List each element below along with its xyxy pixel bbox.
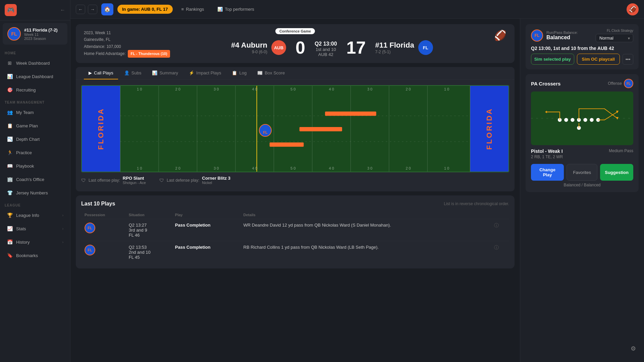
favorites-button[interactable]: Favorites <box>567 164 597 181</box>
play-cell: Pass Completion <box>172 219 240 241</box>
play-type: Pass Completion <box>175 223 210 228</box>
back-button[interactable]: ← <box>76 5 85 14</box>
away-team-record: 9-0 (6-0) <box>231 50 267 54</box>
svg-text:3 0: 3 0 <box>214 166 219 170</box>
top-performers-tab[interactable]: 📊 Top performers <box>213 5 259 14</box>
play-type-badge: Medium Pass <box>609 148 633 153</box>
main-content: ← → 🏠 In game: AUB 0, FL 17 ≡ Rankings 📊… <box>70 0 644 362</box>
tab-label: Box Score <box>265 70 285 75</box>
last-offense-play-name: RPO Slant <box>123 176 146 181</box>
tab-impact-plays[interactable]: ⚡ Impact Plays <box>184 67 226 79</box>
details-cell: WR Deandre David 12 yd pass from QB Nick… <box>240 219 491 241</box>
content-area: Conference Game 2023, Week 11 Gainesvill… <box>70 19 644 362</box>
sidebar-header: 🎮 ← <box>0 0 70 20</box>
play-card-header: PA Crossers Offense FL <box>531 79 633 88</box>
depth-chart-icon: 📉 <box>7 136 13 142</box>
forward-button[interactable]: → <box>88 5 97 14</box>
sidebar-item-league-info[interactable]: 🏆 League Info › <box>2 209 68 222</box>
tab-summary[interactable]: 📊 Summary <box>147 67 183 79</box>
clock-strategy-select-wrapper: Normal Aggressive Conservative Kneel Dow… <box>596 34 633 42</box>
recruiting-icon: 🎯 <box>7 87 13 93</box>
info-cell: ⓘ <box>491 241 509 263</box>
more-options-button[interactable]: ••• <box>623 54 633 65</box>
tab-call-plays[interactable]: ▶ Call Plays <box>84 67 118 79</box>
sidebar-item-label: History <box>16 240 30 245</box>
col-actions <box>491 211 509 219</box>
sidebar-item-jersey-numbers[interactable]: 👕 Jersey Numbers <box>2 186 68 199</box>
sidebar-item-depth-chart[interactable]: 📉 Depth Chart <box>2 133 68 145</box>
plays-note: List is in reverse chronological order. <box>444 201 509 206</box>
league-dashboard-icon: 📊 <box>7 73 13 79</box>
team-card[interactable]: FL #11 Florida (7-2) Week 11 2023 Season <box>3 23 67 45</box>
tab-subs[interactable]: 👤 Subs <box>119 67 146 79</box>
tab-log[interactable]: 📋 Log <box>227 67 251 79</box>
away-team-badge: AUB <box>271 40 286 55</box>
sidebar-item-my-team[interactable]: 👥 My Team <box>2 106 68 119</box>
home-button[interactable]: 🏠 <box>101 3 113 15</box>
sidebar-item-game-plan[interactable]: 📋 Game Plan <box>2 119 68 132</box>
play-card-team-badge: FL <box>624 79 633 88</box>
section-team-label: TEAM MANAGEMENT <box>0 97 70 106</box>
sidebar-item-history[interactable]: 📅 History › <box>2 236 68 248</box>
suggestion-button[interactable]: Suggestion <box>600 164 633 181</box>
sidebar-item-label: Practice <box>16 150 32 155</box>
sim-selected-play-button[interactable]: Sim selected play <box>531 54 574 65</box>
rankings-tab[interactable]: ≡ Rankings <box>177 5 209 14</box>
info-cell: ⓘ <box>491 219 509 241</box>
svg-text:2 0: 2 0 <box>406 166 411 170</box>
stats-icon: 📈 <box>7 226 13 232</box>
situation-cell: Q2 13:27 3rd and 9 FL 46 <box>125 219 172 241</box>
sidebar-item-stats[interactable]: 📈 Stats › <box>2 222 68 235</box>
practice-icon: 🏃 <box>7 149 13 156</box>
svg-text:4 0: 4 0 <box>329 166 334 170</box>
team-week: Week 11 <box>24 33 58 37</box>
sidebar-item-league-dashboard[interactable]: 📊 League Dashboard <box>2 70 68 83</box>
clock-strategy-select[interactable]: Normal Aggressive Conservative Kneel Dow… <box>596 34 633 42</box>
settings-button[interactable]: ⚙ <box>628 343 639 354</box>
info-icon[interactable]: ⓘ <box>494 223 499 228</box>
svg-text:2 0: 2 0 <box>406 87 411 91</box>
svg-text:2 0: 2 0 <box>175 87 180 91</box>
sidebar-item-recruiting[interactable]: 🎯 Recruiting <box>2 83 68 96</box>
play-info-row: Pistol - Weak I 2 RB, 1 TE, 2 WR Medium … <box>531 148 633 161</box>
last-offense-formation: Shotgun - Ace <box>123 181 146 185</box>
football-field: FLORIDA FLORIDA <box>81 85 509 172</box>
field-container: FLORIDA FLORIDA <box>76 80 515 191</box>
in-game-badge[interactable]: In game: AUB 0, FL 17 <box>117 5 173 14</box>
game-plan-icon: 📋 <box>7 123 13 129</box>
sidebar-item-practice[interactable]: 🏃 Practice <box>2 146 68 159</box>
sidebar-item-coachs-office[interactable]: 🏢 Coach's Office <box>2 173 68 186</box>
possession-cell: FL <box>81 219 125 241</box>
tab-box-score[interactable]: 📰 Box Score <box>253 67 289 79</box>
rankings-icon: ≡ <box>181 7 184 12</box>
svg-text:1 0: 1 0 <box>137 166 142 170</box>
clock-field-pos: AUB 42 <box>315 52 337 57</box>
sidebar-collapse-button[interactable]: ← <box>60 7 65 13</box>
play-icon: ▶ <box>89 70 92 75</box>
last-defense-play: 🛡 Last defense play: Corner Blitz 3 Nick… <box>159 176 230 185</box>
balanced-label: Balanced / Balanced <box>531 183 633 187</box>
sidebar-item-label: Stats <box>16 226 26 231</box>
sidebar-item-bookmarks[interactable]: 🔖 Bookmarks <box>2 249 68 262</box>
last-offense-play: 🛡 Last offense play: RPO Slant Shotgun -… <box>81 176 146 185</box>
situation-pos: FL 46 <box>129 233 168 238</box>
sidebar-item-playbook[interactable]: 📖 Playbook <box>2 160 68 172</box>
conference-badge: Conference Game <box>275 28 315 34</box>
rp-value: Balanced <box>546 35 592 41</box>
sidebar-item-week-dashboard[interactable]: ⊞ Week Dashboard <box>2 57 68 69</box>
svg-text:4 0: 4 0 <box>252 166 257 170</box>
change-play-button[interactable]: Change Play <box>531 164 564 181</box>
tab-label: Call Plays <box>94 70 113 75</box>
top-performers-label: Top performers <box>225 7 254 12</box>
sidebar-item-label: My Team <box>16 110 34 115</box>
home-team-score: FL #11 Florida 7-2 (5-1) <box>375 40 433 55</box>
playbook-icon: 📖 <box>7 163 13 169</box>
svg-text:1 0: 1 0 <box>444 166 449 170</box>
svg-rect-33 <box>270 142 304 147</box>
sim-oc-playcall-button[interactable]: Sim OC playcall <box>577 54 620 65</box>
info-icon[interactable]: ⓘ <box>494 245 499 250</box>
game-location: Gainesville, FL <box>84 36 170 43</box>
play-diagram <box>531 92 633 145</box>
details-cell: RB Richard Collins 1 yd pass from QB Nic… <box>240 241 491 263</box>
situation-pos: FL 45 <box>129 255 168 260</box>
